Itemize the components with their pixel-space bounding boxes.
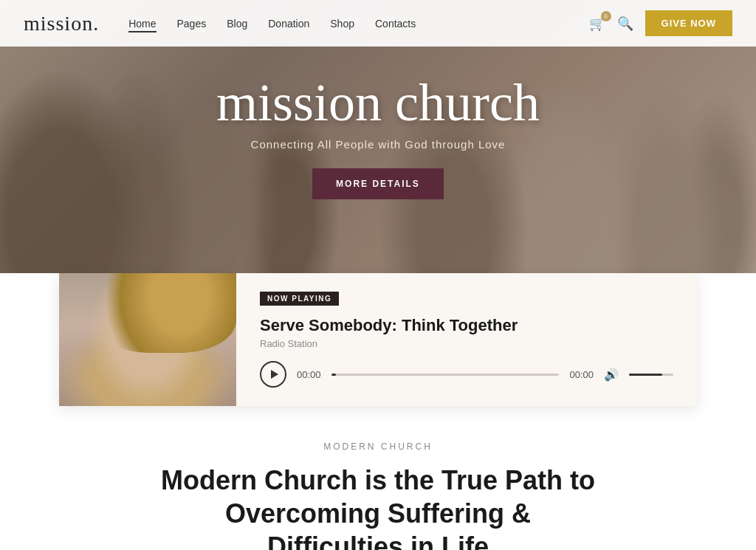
hero-subtitle: Connecting All People with God through L… xyxy=(216,138,540,151)
cart-badge: 0 xyxy=(601,11,611,21)
section-heading: Modern Church is the True Path to Overco… xyxy=(157,464,599,550)
navbar: mission. Home Pages Blog Donation Shop C… xyxy=(0,0,756,47)
section-label: MODERN CHURCH xyxy=(24,441,732,452)
heading-line2: Overcoming Suffering & Difficulties in L… xyxy=(225,498,531,550)
track-subtitle: Radio Station xyxy=(260,338,673,349)
nav-item-pages[interactable]: Pages xyxy=(177,18,207,30)
track-title: Serve Somebody: Think Together xyxy=(260,316,673,335)
nav-item-contacts[interactable]: Contacts xyxy=(375,18,416,30)
nav-item-home[interactable]: Home xyxy=(128,18,156,32)
more-details-button[interactable]: MORE DETAILS xyxy=(312,168,444,199)
bottom-section: MODERN CHURCH Modern Church is the True … xyxy=(0,406,756,550)
site-logo[interactable]: mission. xyxy=(24,12,99,35)
player-controls: 00:00 00:00 🔊 xyxy=(260,361,673,388)
audio-player-section: NOW PLAYING Serve Somebody: Think Togeth… xyxy=(59,273,697,406)
give-now-button[interactable]: GIVE NOW xyxy=(645,10,732,36)
nav-item-blog[interactable]: Blog xyxy=(227,18,247,30)
hero-content: mission church Connecting All People wit… xyxy=(216,74,540,199)
heading-line1: Modern Church is the True Path to xyxy=(161,465,595,495)
nav-item-donation[interactable]: Donation xyxy=(268,18,309,30)
time-total: 00:00 xyxy=(569,369,594,380)
time-current: 00:00 xyxy=(297,369,321,380)
cart-icon[interactable]: 🛒 0 xyxy=(589,16,605,32)
audio-thumbnail xyxy=(59,273,236,406)
now-playing-badge: NOW PLAYING xyxy=(260,292,339,306)
volume-icon[interactable]: 🔊 xyxy=(604,368,619,382)
nav-item-shop[interactable]: Shop xyxy=(330,18,354,30)
play-button[interactable] xyxy=(260,361,286,388)
search-icon[interactable]: 🔍 xyxy=(617,16,633,32)
volume-slider[interactable] xyxy=(629,374,673,376)
nav-right: 🛒 0 🔍 GIVE NOW xyxy=(589,10,732,36)
progress-bar[interactable] xyxy=(331,374,560,376)
thumbnail-image xyxy=(59,273,236,406)
hero-title: mission church xyxy=(216,74,540,132)
nav-links: Home Pages Blog Donation Shop Contacts xyxy=(128,17,588,30)
volume-fill xyxy=(629,374,662,376)
progress-fill xyxy=(331,374,336,376)
audio-player-content: NOW PLAYING Serve Somebody: Think Togeth… xyxy=(236,273,697,406)
play-icon xyxy=(271,370,278,379)
